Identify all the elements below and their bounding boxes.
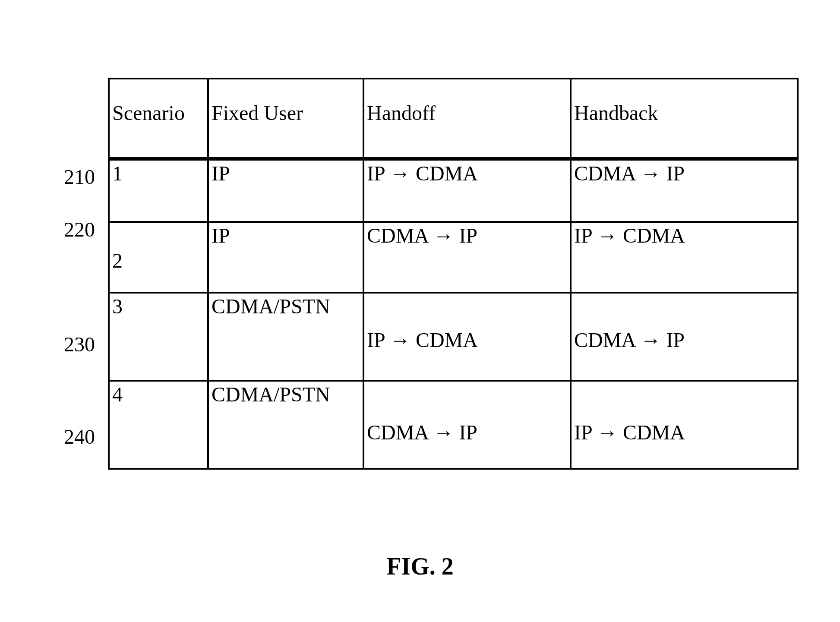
cell-scenario: 3 <box>110 294 209 380</box>
cell-scenario: 2 <box>110 223 209 292</box>
figure-table: Scenario Fixed User Handoff Handback 210… <box>43 78 799 470</box>
row-label: 210 <box>43 161 108 223</box>
row-label-spacer <box>43 78 108 161</box>
header-scenario: Scenario <box>110 79 209 157</box>
row-label: 230 <box>43 294 108 382</box>
cell-handback: CDMA → IP <box>572 294 770 380</box>
page: Scenario Fixed User Handoff Handback 210… <box>0 0 840 622</box>
row-label-text: 240 <box>64 425 95 448</box>
table-row: 220 2 IP CDMA → IP IP → CDMA <box>43 223 799 294</box>
table-row: 210 1 IP IP → CDMA CDMA → IP <box>43 161 799 223</box>
table-row-cells: 1 IP IP → CDMA CDMA → IP <box>108 161 799 223</box>
cell-fixed-user: CDMA/PSTN <box>209 382 364 468</box>
cell-scenario: 4 <box>110 382 209 468</box>
table-row: 240 4 CDMA/PSTN CDMA → IP IP → CDMA <box>43 382 799 470</box>
cell-fixed-user: CDMA/PSTN <box>209 294 364 380</box>
table-header: Scenario Fixed User Handoff Handback <box>108 78 799 161</box>
cell-fixed-user: IP <box>209 223 364 292</box>
header-handoff: Handoff <box>364 79 572 157</box>
row-label-text: 230 <box>64 332 95 356</box>
figure-caption: FIG. 2 <box>0 553 840 580</box>
table-header-row: Scenario Fixed User Handoff Handback <box>43 78 799 161</box>
cell-handoff: IP → CDMA <box>364 161 572 221</box>
cell-handback: IP → CDMA <box>572 382 770 468</box>
cell-handoff: CDMA → IP <box>364 382 572 468</box>
cell-handoff: CDMA → IP <box>364 223 572 292</box>
table-row-cells: 3 CDMA/PSTN IP → CDMA CDMA → IP <box>108 294 799 382</box>
row-label-text: 220 <box>64 218 95 241</box>
row-label: 240 <box>43 382 108 470</box>
table-row-cells: 2 IP CDMA → IP IP → CDMA <box>108 223 799 294</box>
cell-handback: CDMA → IP <box>572 161 770 221</box>
cell-handback: IP → CDMA <box>572 223 770 292</box>
cell-handoff: IP → CDMA <box>364 294 572 380</box>
table-row: 230 3 CDMA/PSTN IP → CDMA CDMA → IP <box>43 294 799 382</box>
row-label: 220 <box>43 223 108 294</box>
header-fixed-user: Fixed User <box>209 79 364 157</box>
table-row-cells: 4 CDMA/PSTN CDMA → IP IP → CDMA <box>108 382 799 470</box>
cell-fixed-user: IP <box>209 161 364 221</box>
row-label-text: 210 <box>64 165 95 189</box>
header-handback: Handback <box>572 79 770 157</box>
cell-scenario: 1 <box>110 161 209 221</box>
